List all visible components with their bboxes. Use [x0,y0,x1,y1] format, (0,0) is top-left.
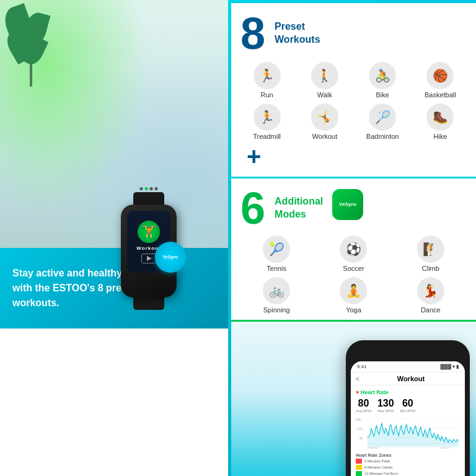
vesync-bubble: VeSync [155,242,186,273]
phone-back-button[interactable]: < [356,376,359,382]
run-label: Run [261,91,273,99]
phone-status-bar: 9:41 ▓▓▓ ▾ ▮ [351,361,465,372]
activity-spinning: 🚲 Spinning [240,277,312,314]
bike-icon-circle: 🚴 [369,62,396,89]
walk-icon-circle: 🚶 [311,62,338,89]
tennis-label: Tennis [267,265,286,272]
yoga-icon-circle: 🧘 [340,277,367,304]
band-play-button[interactable] [141,253,156,263]
activity-workout: 🤸 Workout [298,104,351,140]
fitness-band: 🏋 Workout VeSync [115,192,183,304]
wifi-icon: ▾ [452,364,455,369]
modes-activity-grid: 🎾 Tennis ⚽ Soccer 🧗 Climb 🚲 Spinning 🧘 Y… [240,236,467,314]
top-teal-bar [228,0,476,3]
svg-text:40: 40 [359,436,363,440]
vesync-app-label: VeSync [339,201,356,208]
play-icon [147,256,152,261]
person-icon: 🏋 [141,224,157,239]
phone-status-icons: ▓▓▓ ▾ ▮ [441,364,459,369]
spinning-icon-circle: 🚲 [263,277,290,304]
band-dot [150,187,153,190]
heart-rate-zones: Heart Rate Zones 2 Minutes Peak 6 Minute… [356,453,460,476]
modes-label: Additional Modes [275,195,323,221]
climb-label: Climb [422,265,439,272]
activity-bike: 🚴 Bike [356,62,409,99]
chart-svg: 200 100 40 0:00:00:0 0:20:10 [356,416,460,450]
fatburn-zone-label: 12 Minutes Fat Burn [364,472,398,475]
heart-stats: 80 Avg BPM 130 Max BPM 60 Min BPM [356,398,460,413]
teal-divider [228,0,231,476]
workout-label: Workout [312,133,337,140]
walk-label: Walk [317,91,332,99]
phone-screen: 9:41 ▓▓▓ ▾ ▮ < Workout ♥ Heart Rate [351,361,465,476]
avg-bpm-label: Avg BPM [356,409,371,413]
min-bpm-label: Min BPM [400,409,415,413]
zone-peak: 2 Minutes Peak [356,459,460,464]
zone-fatburn: 12 Minutes Fat Burn [356,471,460,476]
max-bpm-value: 130 [377,398,394,409]
band-bottom-strap [133,298,164,310]
spinning-label: Spinning [263,306,290,314]
peak-zone-color [356,459,362,464]
bike-label: Bike [376,91,389,99]
svg-text:100: 100 [357,427,363,431]
activity-run: 🏃 Run [240,62,293,99]
cardio-zone-color [356,465,362,470]
avg-bpm-stat: 80 Avg BPM [356,398,371,413]
tennis-icon-circle: 🎾 [263,236,290,263]
banner-line3: workouts. [12,298,60,308]
band-top-strap [133,192,164,205]
workout-icon-circle: 🤸 [311,104,338,131]
max-bpm-stat: 130 Max BPM [377,398,394,413]
band-dot [140,187,143,190]
climb-icon-circle: 🧗 [417,236,444,263]
zone-cardio: 6 Minutes Cardio [356,465,460,470]
peak-zone-label: 2 Minutes Peak [364,459,390,463]
plus-sign: + [247,143,261,170]
preset-workouts-section: 8 Preset Workouts 🏃 Run 🚶 Walk 🚴 Bike [228,0,476,178]
svg-marker-7 [368,423,459,447]
min-bpm-value: 60 [400,398,415,409]
basketball-label: Basketball [425,91,456,99]
run-icon-circle: 🏃 [253,62,281,89]
preset-number: 8 [240,11,265,56]
band-dots [140,187,158,190]
soccer-label: Soccer [343,265,364,272]
hike-label: Hike [433,133,447,140]
activity-dance: 💃 Dance [395,277,467,314]
activity-soccer: ⚽ Soccer [317,236,389,272]
plant-decoration [6,0,56,87]
preset-activity-grid: 🏃 Run 🚶 Walk 🚴 Bike 🏀 Basketball 🏃 Tread… [240,62,467,140]
phone-mockup: 9:41 ▓▓▓ ▾ ▮ < Workout ♥ Heart Rate [346,340,470,476]
svg-text:0:00:00:0: 0:00:00:0 [368,446,379,449]
avg-bpm-value: 80 [356,398,371,409]
phone-notch [389,348,426,359]
activity-yoga: 🧘 Yoga [317,277,389,314]
heart-rate-chart: 200 100 40 0:00:00:0 0:20:10 [356,416,460,450]
phone-header: < Workout [351,372,465,386]
cardio-zone-label: 6 Minutes Cardio [364,465,392,469]
preset-header: 8 Preset Workouts [240,11,467,56]
treadmill-icon-circle: 🏃 [253,104,281,131]
basketball-icon-circle: 🏀 [426,62,454,89]
activity-walk: 🚶 Walk [298,62,351,99]
badminton-label: Badminton [366,133,399,140]
right-panel: 8 Preset Workouts 🏃 Run 🚶 Walk 🚴 Bike [228,0,476,476]
heart-rate-title: ♥ Heart Rate [356,389,460,395]
band-dot [155,187,158,190]
yoga-label: Yoga [346,306,361,314]
vesync-logo: VeSync [332,189,363,220]
phone-time: 9:41 [357,364,367,369]
hike-icon-circle: 🥾 [426,104,454,131]
min-bpm-stat: 60 Min BPM [400,398,415,413]
band-body: 🏋 Workout VeSync [121,205,177,298]
band-workout-icon: 🏋 [138,221,160,243]
phone-section: 9:41 ▓▓▓ ▾ ▮ < Workout ♥ Heart Rate [228,322,476,476]
preset-label: Preset Workouts [275,20,320,46]
soccer-icon-circle: ⚽ [340,236,367,263]
left-photo-section: 🏋 Workout VeSync Stay active and healthy… [0,0,229,328]
signal-icon: ▓▓▓ [441,364,452,369]
badminton-icon-circle: 🏸 [369,104,396,131]
phone-content: ♥ Heart Rate 80 Avg BPM 130 Max BPM [351,386,465,476]
treadmill-label: Treadmill [253,133,281,140]
